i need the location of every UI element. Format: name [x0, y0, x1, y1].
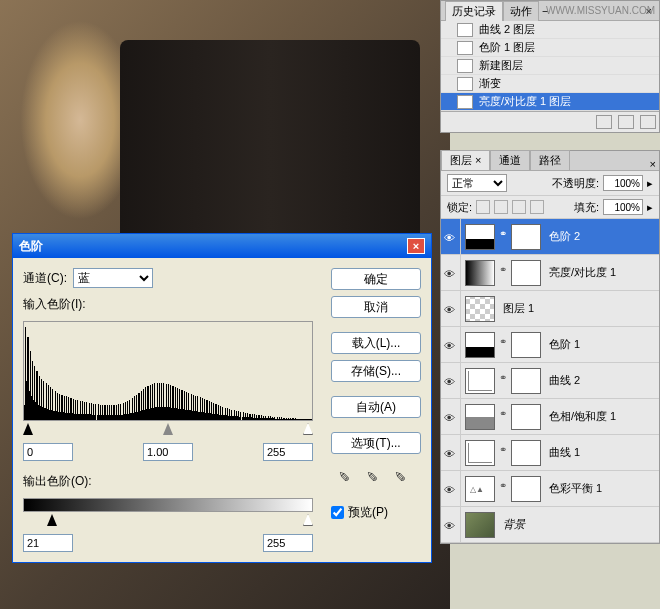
tab-actions[interactable]: 动作 [503, 1, 539, 21]
options-button[interactable]: 选项(T)... [331, 432, 421, 454]
white-eyedropper-icon[interactable] [394, 468, 414, 488]
layer-thumbnail[interactable] [465, 440, 495, 466]
eye-icon [444, 484, 458, 494]
output-white-handle[interactable] [303, 514, 313, 526]
tab-history[interactable]: 历史记录 [445, 1, 503, 21]
mask-thumbnail[interactable] [511, 332, 541, 358]
layer-thumbnail[interactable] [465, 368, 495, 394]
gray-eyedropper-icon[interactable] [366, 468, 386, 488]
gray-point-handle[interactable] [163, 423, 173, 435]
visibility-toggle[interactable] [441, 363, 461, 399]
mask-thumbnail[interactable] [511, 404, 541, 430]
tab-channels[interactable]: 通道 [490, 150, 530, 170]
output-black-handle[interactable] [47, 514, 57, 526]
levels-titlebar[interactable]: 色阶 × [13, 234, 431, 258]
output-black-value[interactable] [23, 534, 73, 552]
eyedropper-row [331, 468, 421, 488]
visibility-toggle[interactable] [441, 507, 461, 543]
history-item-label: 亮度/对比度 1 图层 [479, 94, 571, 109]
snapshot-icon[interactable] [618, 115, 634, 129]
history-step-icon [457, 23, 473, 37]
layer-thumbnail[interactable] [465, 512, 495, 538]
layer-thumbnail[interactable] [465, 476, 495, 502]
layer-row[interactable]: 色彩平衡 1 [441, 471, 659, 507]
white-point-handle[interactable] [303, 423, 313, 435]
layer-row[interactable]: 色相/饱和度 1 [441, 399, 659, 435]
close-icon[interactable]: × [647, 158, 659, 170]
link-icon[interactable] [499, 443, 507, 463]
lock-all-icon[interactable] [530, 200, 544, 214]
visibility-toggle[interactable] [441, 435, 461, 471]
eye-icon [444, 304, 458, 314]
input-mid-value[interactable] [143, 443, 193, 461]
load-button[interactable]: 载入(L)... [331, 332, 421, 354]
mask-thumbnail[interactable] [511, 476, 541, 502]
close-icon[interactable]: × [407, 238, 425, 254]
visibility-toggle[interactable] [441, 219, 461, 255]
layer-thumbnail[interactable] [465, 296, 495, 322]
black-eyedropper-icon[interactable] [338, 468, 358, 488]
output-white-value[interactable] [263, 534, 313, 552]
layers-tabs: 图层 × 通道 路径 × [441, 151, 659, 171]
link-icon[interactable] [499, 227, 507, 247]
tab-layers[interactable]: 图层 × [441, 150, 490, 170]
history-item[interactable]: 曲线 2 图层 [441, 21, 659, 39]
auto-button[interactable]: 自动(A) [331, 396, 421, 418]
history-item-label: 色阶 1 图层 [479, 40, 535, 55]
visibility-toggle[interactable] [441, 471, 461, 507]
layer-thumbnail[interactable] [465, 404, 495, 430]
layer-row[interactable]: 色阶 2 [441, 219, 659, 255]
input-white-value[interactable] [263, 443, 313, 461]
input-levels-label: 输入色阶(I): [23, 296, 86, 313]
tab-paths[interactable]: 路径 [530, 150, 570, 170]
opacity-input[interactable] [603, 175, 643, 191]
preview-checkbox[interactable] [331, 506, 344, 519]
link-icon[interactable] [499, 371, 507, 391]
visibility-toggle[interactable] [441, 399, 461, 435]
layer-row[interactable]: 曲线 2 [441, 363, 659, 399]
fill-input[interactable] [603, 199, 643, 215]
ok-button[interactable]: 确定 [331, 268, 421, 290]
channel-select[interactable]: 蓝 [73, 268, 153, 288]
lock-transparency-icon[interactable] [476, 200, 490, 214]
history-step-icon [457, 95, 473, 109]
eye-icon [444, 376, 458, 386]
history-item[interactable]: 亮度/对比度 1 图层 [441, 93, 659, 111]
chevron-right-icon[interactable]: ▸ [647, 201, 653, 214]
save-button[interactable]: 存储(S)... [331, 360, 421, 382]
link-icon[interactable] [499, 263, 507, 283]
output-levels-label: 输出色阶(O): [23, 473, 92, 490]
layer-row[interactable]: 背景 [441, 507, 659, 543]
new-doc-icon[interactable] [596, 115, 612, 129]
lock-position-icon[interactable] [512, 200, 526, 214]
layer-row[interactable]: 色阶 1 [441, 327, 659, 363]
history-item[interactable]: 色阶 1 图层 [441, 39, 659, 57]
mask-thumbnail[interactable] [511, 224, 541, 250]
history-item[interactable]: 渐变 [441, 75, 659, 93]
chevron-right-icon[interactable]: ▸ [647, 177, 653, 190]
lock-pixels-icon[interactable] [494, 200, 508, 214]
mask-thumbnail[interactable] [511, 368, 541, 394]
link-icon[interactable] [499, 407, 507, 427]
blend-mode-select[interactable]: 正常 [447, 174, 507, 192]
layer-thumbnail[interactable] [465, 332, 495, 358]
visibility-toggle[interactable] [441, 291, 461, 327]
black-point-handle[interactable] [23, 423, 33, 435]
layer-row[interactable]: 亮度/对比度 1 [441, 255, 659, 291]
layer-row[interactable]: 曲线 1 [441, 435, 659, 471]
output-slider[interactable] [23, 514, 313, 530]
mask-thumbnail[interactable] [511, 260, 541, 286]
layer-thumbnail[interactable] [465, 260, 495, 286]
trash-icon[interactable] [640, 115, 656, 129]
layer-row[interactable]: 图层 1 [441, 291, 659, 327]
link-icon[interactable] [499, 335, 507, 355]
input-slider[interactable] [23, 423, 313, 439]
history-item[interactable]: 新建图层 [441, 57, 659, 75]
mask-thumbnail[interactable] [511, 440, 541, 466]
visibility-toggle[interactable] [441, 327, 461, 363]
link-icon[interactable] [499, 479, 507, 499]
cancel-button[interactable]: 取消 [331, 296, 421, 318]
layer-thumbnail[interactable] [465, 224, 495, 250]
visibility-toggle[interactable] [441, 255, 461, 291]
input-black-value[interactable] [23, 443, 73, 461]
